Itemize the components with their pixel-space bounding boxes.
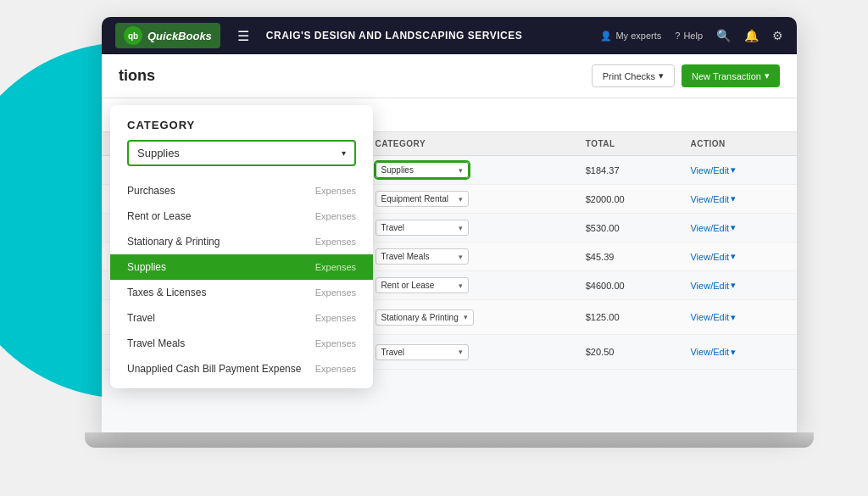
category-overlay-header: CATEGORY Supplies ▾ [110,105,373,175]
category-list-item[interactable]: Unapplied Cash Bill Payment Expense Expe… [110,356,373,382]
cell-action[interactable]: View/Edit ▾ [680,300,797,335]
chevron-down-icon: ▾ [731,222,736,233]
header-actions: 👤 My experts ? Help 🔍 🔔 ⚙ [600,29,783,42]
chevron-down-icon: ▾ [459,224,463,232]
help-link[interactable]: ? Help [675,31,703,41]
qb-logo-text: QuickBooks [147,30,212,42]
view-edit-link[interactable]: View/Edit ▾ [690,193,787,204]
quickbooks-logo: qb QuickBooks [115,23,220,48]
category-select[interactable]: Travel ▾ [376,220,469,236]
laptop-base [85,432,814,448]
category-list: Purchases Expenses Rent or Lease Expense… [110,178,373,382]
panel-actions: Print Checks ▾ New Transaction ▾ [592,64,780,87]
category-list-item[interactable]: Travel Meals Expenses [110,331,373,356]
chevron-down-icon: ▾ [459,195,463,203]
chevron-down-icon: ▾ [731,280,736,291]
view-edit-link[interactable]: View/Edit ▾ [690,222,787,233]
cell-category[interactable]: Equipment Rental ▾ [365,185,576,214]
category-item-type: Expenses [315,364,356,374]
cell-total: $184.37 [576,156,681,185]
category-list-item[interactable]: Supplies Expenses [110,254,373,280]
category-select[interactable]: Travel ▾ [376,344,469,360]
category-select-control[interactable]: Supplies ▾ [127,140,356,166]
chevron-down-icon: ▾ [765,70,770,81]
cell-category[interactable]: Travel ▾ [365,214,576,242]
laptop-wrapper: qb QuickBooks ☰ CRAIG'S DESIGN AND LANDS… [102,17,860,488]
settings-icon[interactable]: ⚙ [772,29,783,42]
qb-logo-icon: qb [124,26,142,45]
cell-total: $20.50 [576,335,681,370]
category-list-item[interactable]: Purchases Expenses [110,178,373,203]
category-item-name: Supplies [127,261,166,273]
category-item-name: Purchases [127,185,175,197]
chevron-down-icon: ▾ [731,347,736,358]
category-item-type: Expenses [315,186,356,196]
chevron-down-icon: ▾ [464,313,468,321]
print-checks-button[interactable]: Print Checks ▾ [592,64,675,87]
cell-action[interactable]: View/Edit ▾ [680,242,797,271]
cell-total: $2000.00 [576,185,681,214]
laptop-screen: qb QuickBooks ☰ CRAIG'S DESIGN AND LANDS… [102,17,797,432]
company-name: CRAIG'S DESIGN AND LANDSCAPING SERVICES [266,30,587,42]
view-edit-link[interactable]: View/Edit ▾ [690,312,787,323]
category-label: CATEGORY [127,119,356,131]
category-item-type: Expenses [315,338,356,348]
cell-total: $45.39 [576,242,681,271]
cell-category[interactable]: Travel ▾ [365,335,576,370]
cell-action[interactable]: View/Edit ▾ [680,271,797,300]
category-list-item[interactable]: Travel Expenses [110,305,373,331]
hamburger-menu[interactable]: ☰ [234,25,253,47]
category-select[interactable]: Supplies ▾ [376,162,469,178]
panel-header: tions Print Checks ▾ New Transaction ▾ [102,54,797,98]
col-category: CATEGORY [365,132,576,156]
category-select[interactable]: Stationary & Printing ▾ [376,309,474,326]
chevron-down-icon: ▾ [731,164,736,176]
category-item-name: Rent or Lease [127,210,191,222]
chevron-down-icon: ▾ [731,251,736,262]
category-select[interactable]: Rent or Lease ▾ [376,277,469,293]
cell-action[interactable]: View/Edit ▾ [680,335,797,370]
category-list-item[interactable]: Stationary & Printing Expenses [110,229,373,254]
my-experts-link[interactable]: 👤 My experts [600,31,661,42]
cell-action[interactable]: View/Edit ▾ [680,214,797,242]
cell-category[interactable]: Supplies ▾ [365,156,576,185]
category-item-type: Expenses [315,262,356,272]
cell-category[interactable]: Stationary & Printing ▾ [365,300,576,335]
new-transaction-button[interactable]: New Transaction ▾ [682,64,780,87]
cell-action[interactable]: View/Edit ▾ [680,156,797,185]
chevron-down-icon: ▾ [459,253,463,261]
col-total: TOTAL [576,132,681,156]
chevron-down-icon: ▾ [731,193,736,204]
chevron-down-icon: ▾ [342,148,346,158]
cell-total: $530.00 [576,214,681,242]
view-edit-link[interactable]: View/Edit ▾ [690,251,787,262]
cell-total: $125.00 [576,300,681,335]
category-item-name: Stationary & Printing [127,236,220,248]
cell-category[interactable]: Travel Meals ▾ [365,242,576,271]
chevron-down-icon: ▾ [731,312,736,323]
view-edit-link[interactable]: View/Edit ▾ [690,280,787,291]
chevron-down-icon: ▾ [459,166,463,175]
category-item-name: Travel Meals [127,337,185,349]
chevron-down-icon: ▾ [459,348,463,356]
category-list-item[interactable]: Taxes & Licenses Expenses [110,280,373,305]
notification-icon[interactable]: 🔔 [744,29,759,42]
cell-action[interactable]: View/Edit ▾ [680,185,797,214]
category-item-type: Expenses [315,237,356,247]
view-edit-link[interactable]: View/Edit ▾ [690,164,787,176]
app-header: qb QuickBooks ☰ CRAIG'S DESIGN AND LANDS… [102,17,797,54]
help-icon: ? [675,31,680,41]
col-action: ACTION [680,132,797,156]
main-content: tions Print Checks ▾ New Transaction ▾ [102,54,797,432]
category-item-name: Travel [127,312,155,324]
category-list-item[interactable]: Rent or Lease Expenses [110,203,373,229]
search-icon[interactable]: 🔍 [716,29,731,42]
category-select[interactable]: Equipment Rental ▾ [376,191,469,207]
category-item-type: Expenses [315,313,356,323]
cell-category[interactable]: Rent or Lease ▾ [365,271,576,300]
category-item-name: Taxes & Licenses [127,287,206,298]
category-select[interactable]: Travel Meals ▾ [376,248,469,265]
person-icon: 👤 [600,31,612,42]
view-edit-link[interactable]: View/Edit ▾ [690,347,787,358]
cell-total: $4600.00 [576,271,681,300]
